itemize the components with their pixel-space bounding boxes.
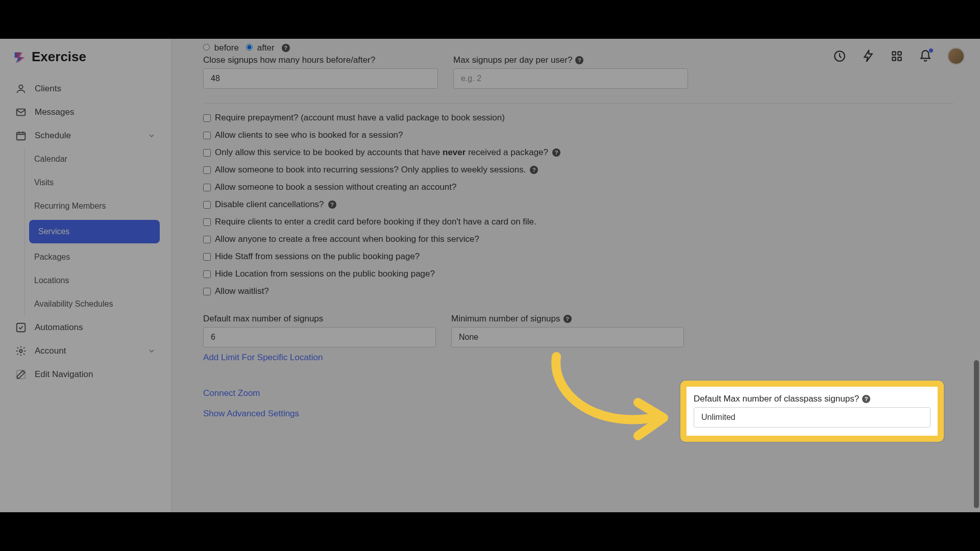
- checkbox-disable-cancel[interactable]: Disable client cancellations? ?: [203, 199, 953, 210]
- checkbox-no-account[interactable]: Allow someone to book a session without …: [203, 182, 953, 192]
- radio-before[interactable]: before: [203, 43, 239, 53]
- clock-icon[interactable]: [833, 49, 846, 63]
- classpass-highlight: Default Max number of classpass signups?…: [680, 381, 944, 442]
- max-per-day-label: Max signups per day per user? ?: [453, 55, 688, 65]
- sidebar-item-label: Visits: [34, 178, 54, 187]
- close-signups-input[interactable]: [203, 68, 438, 89]
- sidebar-item-label: Packages: [34, 253, 70, 262]
- help-icon[interactable]: ?: [564, 315, 572, 323]
- sidebar-item-label: Services: [38, 227, 69, 236]
- checkbox-waitlist[interactable]: Allow waitlist?: [203, 286, 953, 296]
- sidebar-item-edit-navigation[interactable]: Edit Navigation: [7, 363, 164, 386]
- sidebar-item-label: Clients: [35, 84, 61, 94]
- envelope-icon: [15, 107, 27, 118]
- notification-dot: [929, 48, 933, 53]
- edit-icon: [15, 369, 27, 380]
- brand-logo-icon: [12, 50, 27, 64]
- max-per-day-input[interactable]: [453, 68, 688, 89]
- sidebar-item-label: Locations: [34, 276, 69, 285]
- default-max-input[interactable]: [203, 327, 436, 347]
- svg-rect-10: [898, 57, 901, 61]
- close-signups-label: Close signups how many hours before/afte…: [203, 55, 438, 65]
- checkbox-free-account[interactable]: Allow anyone to create a free account wh…: [203, 234, 953, 244]
- sidebar-item-label: Account: [35, 346, 66, 356]
- scrollbar-thumb[interactable]: [974, 360, 979, 508]
- sidebar-item-packages[interactable]: Packages: [25, 245, 164, 269]
- svg-rect-3: [17, 323, 26, 332]
- help-icon[interactable]: ?: [328, 201, 336, 209]
- help-icon[interactable]: ?: [575, 56, 583, 64]
- checkbox-hide-staff[interactable]: Hide Staff from sessions on the public b…: [203, 252, 953, 262]
- sidebar-item-clients[interactable]: Clients: [7, 77, 164, 101]
- chevron-down-icon: [148, 132, 156, 140]
- help-icon[interactable]: ?: [552, 148, 560, 157]
- classpass-label: Default Max number of classpass signups?…: [694, 394, 930, 404]
- checkbox-hide-location[interactable]: Hide Location from sessions on the publi…: [203, 269, 953, 279]
- sidebar-item-account[interactable]: Account: [7, 339, 164, 363]
- sidebar-item-label: Recurring Members: [34, 202, 106, 211]
- divider: [203, 103, 953, 104]
- sidebar-item-label: Edit Navigation: [35, 369, 93, 380]
- sidebar-item-label: Calendar: [34, 155, 67, 164]
- sidebar-item-recurring-members[interactable]: Recurring Members: [25, 194, 164, 218]
- apps-icon[interactable]: [890, 49, 903, 63]
- avatar[interactable]: [947, 47, 965, 65]
- bolt-icon[interactable]: [862, 49, 875, 63]
- svg-point-4: [19, 349, 22, 353]
- checkbox-see-booked[interactable]: Allow clients to see who is booked for a…: [203, 130, 953, 140]
- svg-rect-7: [892, 52, 896, 55]
- person-icon: [15, 83, 27, 94]
- sidebar-item-availability-schedules[interactable]: Availability Schedules: [25, 292, 164, 316]
- radio-after[interactable]: after: [246, 43, 275, 53]
- nav: Clients Messages Schedule Calendar Visit…: [0, 77, 171, 386]
- classpass-input[interactable]: [694, 407, 930, 428]
- gear-icon: [15, 345, 27, 357]
- svg-rect-8: [898, 52, 901, 55]
- sidebar-item-label: Messages: [35, 107, 74, 117]
- sidebar-schedule-submenu: Calendar Visits Recurring Members Servic…: [24, 147, 164, 316]
- checkbox-require-cc[interactable]: Require clients to enter a credit card b…: [203, 217, 953, 227]
- brand-logo[interactable]: Exercise: [0, 49, 171, 77]
- sidebar-item-services[interactable]: Services: [29, 220, 160, 243]
- checkbox-list: Require prepayment? (account must have a…: [203, 113, 953, 296]
- min-signups-input[interactable]: [451, 327, 684, 347]
- check-square-icon: [15, 322, 27, 333]
- checkbox-recurring[interactable]: Allow someone to book into recurring ses…: [203, 165, 953, 175]
- svg-rect-9: [892, 57, 896, 61]
- help-icon[interactable]: ?: [282, 44, 290, 52]
- sidebar-item-calendar[interactable]: Calendar: [25, 147, 164, 171]
- add-limit-link[interactable]: Add Limit For Specific Location: [203, 353, 323, 363]
- topbar: [833, 39, 980, 73]
- help-icon[interactable]: ?: [530, 166, 538, 174]
- svg-rect-2: [17, 133, 26, 140]
- sidebar-item-schedule[interactable]: Schedule: [7, 124, 164, 147]
- sidebar-item-label: Availability Schedules: [34, 299, 113, 309]
- calendar-icon: [15, 130, 27, 141]
- scrollbar[interactable]: [973, 39, 979, 512]
- sidebar-item-automations[interactable]: Automations: [7, 316, 164, 339]
- sidebar-item-label: Automations: [35, 322, 83, 333]
- sidebar-item-locations[interactable]: Locations: [25, 269, 164, 292]
- bell-icon[interactable]: [919, 49, 932, 63]
- sidebar-item-visits[interactable]: Visits: [25, 171, 164, 194]
- min-signups-label: Minimum number of signups ?: [451, 314, 684, 324]
- sidebar-item-label: Schedule: [35, 131, 71, 141]
- chevron-down-icon: [148, 347, 156, 355]
- checkbox-never-received[interactable]: Only allow this service to be booked by …: [203, 147, 953, 158]
- default-max-label: Default max number of signups: [203, 314, 436, 324]
- checkbox-prepayment[interactable]: Require prepayment? (account must have a…: [203, 113, 953, 123]
- brand-name: Exercise: [32, 49, 86, 65]
- help-icon[interactable]: ?: [862, 395, 870, 403]
- sidebar-item-messages[interactable]: Messages: [7, 101, 164, 124]
- sidebar: Exercise Clients Messages Schedule Cale: [0, 39, 172, 512]
- svg-point-0: [19, 85, 22, 89]
